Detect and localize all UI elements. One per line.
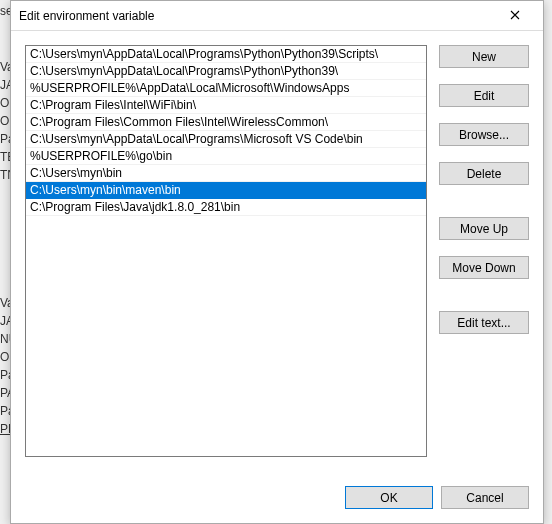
path-row[interactable]: %USERPROFILE%\AppData\Local\Microsoft\Wi… xyxy=(26,80,426,97)
edit-button[interactable]: Edit xyxy=(439,84,529,107)
path-row[interactable]: C:\Program Files\Common Files\Intel\Wire… xyxy=(26,114,426,131)
path-row[interactable]: C:\Program Files\Intel\WiFi\bin\ xyxy=(26,97,426,114)
path-row[interactable]: %USERPROFILE%\go\bin xyxy=(26,148,426,165)
delete-button[interactable]: Delete xyxy=(439,162,529,185)
path-listbox[interactable]: C:\Users\myn\AppData\Local\Programs\Pyth… xyxy=(25,45,427,457)
close-button[interactable] xyxy=(495,4,535,28)
path-row[interactable]: C:\Users\myn\bin xyxy=(26,165,426,182)
new-button[interactable]: New xyxy=(439,45,529,68)
move-down-button[interactable]: Move Down xyxy=(439,256,529,279)
path-row[interactable]: C:\Program Files\Java\jdk1.8.0_281\bin xyxy=(26,199,426,216)
path-row[interactable]: C:\Users\myn\AppData\Local\Programs\Micr… xyxy=(26,131,426,148)
move-up-button[interactable]: Move Up xyxy=(439,217,529,240)
side-buttons: New Edit Browse... Delete Move Up Move D… xyxy=(439,45,529,470)
edit-text-button[interactable]: Edit text... xyxy=(439,311,529,334)
cancel-button[interactable]: Cancel xyxy=(441,486,529,509)
path-row[interactable]: C:\Users\myn\AppData\Local\Programs\Pyth… xyxy=(26,63,426,80)
path-row[interactable]: C:\Users\myn\bin\maven\bin xyxy=(26,182,426,199)
titlebar: Edit environment variable xyxy=(11,1,543,31)
close-icon xyxy=(510,9,520,23)
dialog-title: Edit environment variable xyxy=(19,9,495,23)
ok-button[interactable]: OK xyxy=(345,486,433,509)
dialog-body: C:\Users\myn\AppData\Local\Programs\Pyth… xyxy=(11,31,543,470)
browse-button[interactable]: Browse... xyxy=(439,123,529,146)
path-row[interactable]: C:\Users\myn\AppData\Local\Programs\Pyth… xyxy=(26,46,426,63)
edit-env-var-dialog: Edit environment variable C:\Users\myn\A… xyxy=(10,0,544,524)
dialog-footer: OK Cancel xyxy=(11,470,543,523)
